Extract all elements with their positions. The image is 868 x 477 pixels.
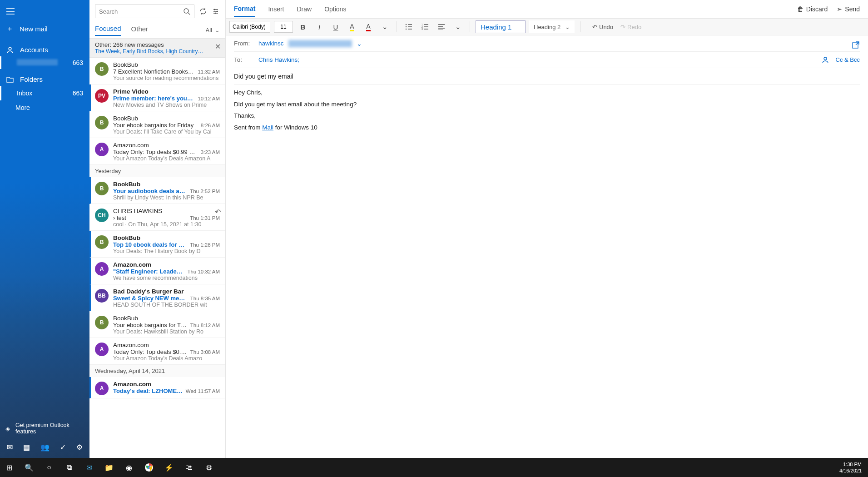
message-item[interactable]: BB Bad Daddy's Burger Bar Sweet & Spicy … xyxy=(89,284,225,311)
message-item[interactable]: B BookBub Your ebook bargains for Friday… xyxy=(89,111,225,138)
chevron-down-icon[interactable]: ⌄ xyxy=(357,40,362,47)
cortana-icon[interactable]: ○ xyxy=(43,461,55,474)
search-taskbar-icon[interactable]: 🔍 xyxy=(23,461,35,474)
message-preview: New Movies and TV Shows on Prime xyxy=(113,102,220,108)
message-subject: Today Only: Top deals $0.99 and up on xyxy=(113,149,198,155)
mail-link[interactable]: Mail xyxy=(262,124,273,131)
search-input[interactable] xyxy=(95,5,194,18)
focused-settings-icon[interactable] xyxy=(212,7,220,15)
filter-dropdown[interactable]: All ⌄ xyxy=(206,27,220,34)
message-item[interactable]: B BookBub 7 Excellent Nonfiction Books t… xyxy=(89,58,225,84)
popout-icon[interactable] xyxy=(852,41,860,49)
font-size-select[interactable] xyxy=(274,21,293,33)
other-new-banner[interactable]: Other: 266 new messages The Week, Early … xyxy=(89,38,225,58)
premium-label: Get premium Outlook features xyxy=(15,422,84,435)
bullets-button[interactable] xyxy=(402,20,415,33)
accounts-header[interactable]: Accounts xyxy=(0,40,89,56)
font-color-button[interactable]: A xyxy=(362,20,375,33)
mail-icon[interactable]: ✉ xyxy=(7,443,13,452)
explorer-icon[interactable]: 📁 xyxy=(103,461,115,474)
message-subject: Your ebook bargains for Friday xyxy=(113,122,198,129)
people-icon[interactable]: 👥 xyxy=(40,443,50,452)
trash-icon: 🗑 xyxy=(797,5,804,13)
banner-title: Other: 266 new messages xyxy=(95,41,220,48)
tab-format[interactable]: Format xyxy=(234,1,255,17)
sidebar-item-more[interactable]: More xyxy=(0,100,89,115)
message-subject: 7 Excellent Nonfiction Books to Snag xyxy=(113,68,195,75)
undo-label: Undo xyxy=(599,24,613,30)
bold-button[interactable]: B xyxy=(297,20,309,33)
sync-icon[interactable] xyxy=(199,7,207,15)
tab-options[interactable]: Options xyxy=(324,2,346,16)
numbering-button[interactable]: 123 xyxy=(419,20,432,33)
heading1-select[interactable]: Heading 1 xyxy=(476,20,526,33)
premium-banner[interactable]: ◈ Get premium Outlook features xyxy=(0,417,89,439)
avatar: B xyxy=(95,316,109,329)
sidebar-item-inbox[interactable]: Inbox 663 xyxy=(0,86,89,100)
subject-field[interactable]: Did you get my email xyxy=(234,68,860,85)
settings-icon[interactable]: ⚙ xyxy=(76,443,83,452)
menu-icon[interactable] xyxy=(0,5,89,18)
message-sender: Amazon.com xyxy=(113,381,220,388)
message-item[interactable]: B BookBub Your audiobook deals are hereT… xyxy=(89,177,225,204)
message-item[interactable]: B BookBub Top 10 ebook deals for you thi… xyxy=(89,231,225,258)
font-select[interactable] xyxy=(229,21,270,33)
align-button[interactable] xyxy=(435,20,448,33)
message-preview: cool · On Thu, Apr 15, 2021 at 1:30 xyxy=(113,221,220,228)
italic-button[interactable]: I xyxy=(313,20,326,33)
contacts-icon[interactable] xyxy=(821,56,829,64)
more-paragraph-icon[interactable]: ⌄ xyxy=(451,20,464,33)
folders-header[interactable]: Folders xyxy=(0,69,89,86)
taskview-icon[interactable]: ⧉ xyxy=(63,461,75,474)
dell-icon[interactable]: ◉ xyxy=(123,461,135,474)
to-field[interactable]: To: Chris Hawkins; Cc & Bcc xyxy=(234,52,860,68)
redo-icon: ↷ xyxy=(620,24,625,30)
close-icon[interactable]: ✕ xyxy=(215,42,221,51)
store-icon[interactable]: 🛍 xyxy=(183,461,195,474)
message-item[interactable]: A Amazon.com Today Only: Top deals $0.99… xyxy=(89,138,225,165)
avatar: A xyxy=(95,382,109,395)
from-field[interactable]: From: hawkinsc ⌄ xyxy=(234,35,860,52)
message-sender: CHRIS HAWKINS xyxy=(113,208,220,214)
nav-sidebar: ＋ New mail Accounts 663 Folders Inbox xyxy=(0,0,89,458)
redo-button[interactable]: ↷ Redo xyxy=(618,24,644,30)
search-icon[interactable] xyxy=(183,8,190,15)
message-item[interactable]: CH CHRIS HAWKINS › testThu 1:31 PM cool … xyxy=(89,204,225,231)
compose-body[interactable]: Hey Chris,Did you get my last email abou… xyxy=(226,85,868,135)
clock-time: 1:38 PM xyxy=(839,461,862,467)
more-font-icon[interactable]: ⌄ xyxy=(378,20,391,33)
message-item[interactable]: A Amazon.com Today's deal: LZHOME LED Ga… xyxy=(89,377,225,398)
mail-app-icon[interactable]: ✉ xyxy=(83,461,95,474)
message-time: Thu 2:52 PM xyxy=(190,189,220,194)
discard-button[interactable]: 🗑 Discard xyxy=(797,5,828,13)
todo-icon[interactable]: ✓ xyxy=(60,443,66,452)
send-button[interactable]: ➢ Send xyxy=(837,5,860,13)
message-item[interactable]: PV Prime Video Prime member: here's your… xyxy=(89,84,225,111)
account-item[interactable]: 663 xyxy=(0,56,89,69)
settings-taskbar-icon[interactable]: ⚙ xyxy=(203,461,215,474)
tab-other[interactable]: Other xyxy=(131,25,149,35)
tab-draw[interactable]: Draw xyxy=(297,2,312,16)
new-mail-button[interactable]: ＋ New mail xyxy=(0,18,89,40)
heading2-select[interactable]: Heading 2 ⌄ xyxy=(529,20,575,33)
message-subject: Today's deal: LZHOME LED Gar xyxy=(113,388,183,394)
message-item[interactable]: A Amazon.com Today Only: Top deals $0.99… xyxy=(89,338,225,365)
message-item[interactable]: A Amazon.com "Staff Engineer: Leadership… xyxy=(89,258,225,284)
search-field[interactable] xyxy=(99,8,183,15)
undo-button[interactable]: ↶ Undo xyxy=(590,24,616,30)
chrome-icon[interactable] xyxy=(143,461,155,474)
cc-bcc-toggle[interactable]: Cc & Bcc xyxy=(836,56,860,63)
avatar: A xyxy=(95,262,109,276)
start-icon[interactable]: ⊞ xyxy=(3,461,15,474)
message-item[interactable]: B BookBub Your ebook bargains for Thursd… xyxy=(89,311,225,338)
calendar-icon[interactable]: ▦ xyxy=(23,443,30,452)
tab-insert[interactable]: Insert xyxy=(268,2,284,16)
message-scroll[interactable]: B BookBub 7 Excellent Nonfiction Books t… xyxy=(89,58,225,458)
highlight-button[interactable]: A xyxy=(346,20,358,33)
message-preview: Your Amazon Today's Deals Amazon A xyxy=(113,155,220,162)
system-clock[interactable]: 1:38 PM 4/16/2021 xyxy=(839,461,865,474)
tab-focused[interactable]: Focused xyxy=(95,25,121,36)
underline-button[interactable]: U xyxy=(329,20,342,33)
message-sender: BookBub xyxy=(113,234,220,241)
app-icon[interactable]: ⚡ xyxy=(163,461,175,474)
